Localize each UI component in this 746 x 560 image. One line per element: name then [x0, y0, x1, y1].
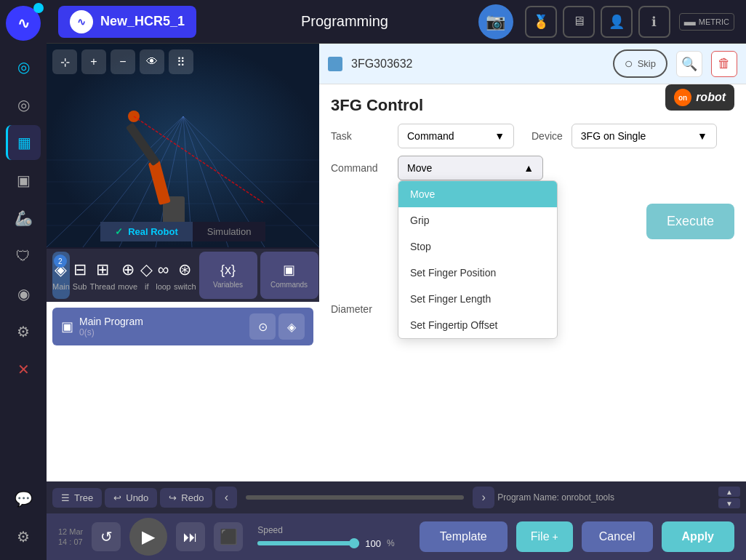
dropdown-item-stop[interactable]: Stop	[398, 233, 557, 260]
nav-left-btn[interactable]: ‹	[215, 487, 237, 508]
cmd-sub-btn[interactable]: ⊟ Sub	[73, 252, 87, 299]
sidebar-item-robot[interactable]: 🦾	[6, 201, 41, 236]
cmd-if-btn[interactable]: ◇ if	[140, 252, 153, 299]
next-btn[interactable]: ⏭	[176, 522, 205, 551]
program-action-2[interactable]: ◈	[278, 313, 305, 340]
commands-btn[interactable]: ▣ Commands	[260, 252, 318, 299]
sub-icon: ⊟	[73, 260, 87, 279]
speed-value: 100	[365, 538, 381, 549]
sidebar-item-dashboard[interactable]: ◎	[6, 87, 41, 122]
dropdown-item-grip[interactable]: Grip	[398, 207, 557, 233]
command-select[interactable]: Move ▲	[398, 156, 543, 180]
dropdown-item-fingertip[interactable]: Set Fingertip Offset	[398, 312, 557, 338]
sidebar-item-home[interactable]: ◎	[6, 49, 41, 84]
sidebar-item-close[interactable]: ✕	[6, 352, 41, 387]
topbar-logo-circle: ∿	[70, 10, 93, 33]
viewport-view-btn[interactable]: 👁	[140, 49, 164, 74]
undo-icon: ↩	[113, 492, 121, 503]
dropdown-item-finger-pos[interactable]: Set Finger Position	[398, 260, 557, 286]
command-dropdown: Move Grip Stop Set Finger Position Set F…	[398, 180, 558, 339]
check-icon: ✓	[115, 226, 123, 237]
sidebar-item-camera[interactable]: ◉	[6, 276, 41, 311]
sidebar-logo[interactable]: ∿	[6, 6, 41, 41]
work-area: ⊹ + − 👁 ⠿ ✓ Real Robot Simulation	[47, 44, 746, 481]
nav-up-btn[interactable]: ▲	[718, 487, 740, 497]
program-actions: ⊙ ◈	[249, 313, 305, 340]
left-panel: ⊹ + − 👁 ⠿ ✓ Real Robot Simulation	[47, 44, 319, 481]
topbar-icons: 🏅 🖥 👤 ℹ	[525, 6, 670, 38]
viewport-toolbar: ⊹ + − 👁 ⠿	[52, 49, 193, 74]
sidebar-item-chat[interactable]: 💬	[6, 481, 41, 516]
commands-label: Commands	[270, 281, 308, 289]
sidebar-item-controls[interactable]: ⚙	[6, 314, 41, 349]
sidebar-item-programming[interactable]: ▦	[6, 125, 41, 160]
nav-right-btn[interactable]: ›	[473, 487, 494, 508]
cmd-switch-btn[interactable]: ⊛ switch	[174, 252, 196, 299]
speed-slider[interactable]	[257, 541, 359, 545]
real-robot-btn[interactable]: ✓ Real Robot	[100, 222, 193, 241]
program-time: 0(s)	[79, 327, 143, 337]
metric-badge[interactable]: ▬ METRIC	[679, 13, 734, 31]
panel-color-dot	[328, 57, 342, 71]
nav-down-btn[interactable]: ▼	[718, 498, 740, 508]
onrobot-circle: on	[674, 89, 691, 106]
dropdown-item-move[interactable]: Move	[398, 181, 557, 207]
device-select[interactable]: 3FG on Single ▼	[571, 124, 717, 148]
delete-btn[interactable]: 🗑	[711, 51, 737, 77]
cmd-loop-btn[interactable]: ∞ loop	[156, 252, 171, 299]
cmd-main-btn[interactable]: 2 ◈ Main	[52, 252, 70, 299]
nav-up-down: ▲ ▼	[718, 487, 740, 508]
skip-btn[interactable]: ○ Skip	[613, 49, 667, 78]
command-chevron: ▲	[524, 162, 534, 174]
program-icon: ▣	[61, 319, 73, 335]
program-name: Program Name: onrobot_tools	[497, 492, 715, 503]
execute-btn[interactable]: Execute	[646, 204, 734, 239]
topbar-logo-section[interactable]: ∿ New_HCR5_1	[58, 6, 196, 38]
task-label: Task	[331, 130, 389, 142]
template-btn[interactable]: Template	[420, 521, 508, 552]
camera-button[interactable]: 📷	[478, 4, 513, 39]
file-btn[interactable]: File +	[516, 521, 573, 552]
stop-btn[interactable]: ⬛	[214, 522, 243, 551]
topbar-icon-monitor[interactable]: 🖥	[563, 6, 595, 38]
robot-mode-selector: ✓ Real Robot Simulation	[47, 222, 319, 241]
thread-label: Thread	[89, 282, 115, 291]
date: 12 Mar	[58, 527, 83, 537]
viewport-grid-btn[interactable]: ⠿	[169, 49, 193, 74]
playback-bar: 12 Mar 14 : 07 ↺ ▶ ⏭ ⬛ Speed 100 % Templ…	[47, 513, 746, 560]
tree-btn[interactable]: ☰ Tree	[52, 488, 102, 508]
cmd-move-btn[interactable]: ⊕ move	[118, 252, 137, 299]
sidebar-item-monitor[interactable]: ▣	[6, 163, 41, 198]
viewport-axes-btn[interactable]: ⊹	[52, 49, 77, 74]
viewport-add-btn[interactable]: +	[81, 49, 106, 74]
apply-btn[interactable]: Apply	[662, 521, 734, 552]
task-row: Task Command ▼ Device 3FG on Single ▼	[331, 124, 734, 148]
undo-btn[interactable]: ↩ Undo	[105, 488, 157, 508]
repeat-btn[interactable]: ↺	[92, 522, 121, 551]
program-action-1[interactable]: ⊙	[249, 313, 276, 340]
sidebar-item-safety[interactable]: 🛡	[6, 239, 41, 273]
topbar-icon-badge[interactable]: 🏅	[525, 6, 557, 38]
skip-dot: ○	[625, 55, 633, 72]
cancel-btn[interactable]: Cancel	[582, 521, 653, 552]
thread-icon: ⊞	[96, 260, 109, 279]
cmd-thread-btn[interactable]: ⊞ Thread	[89, 252, 115, 299]
simulation-btn[interactable]: Simulation	[193, 222, 266, 241]
panel-header: 3FG303632 ○ Skip 🔍 🗑	[319, 44, 746, 84]
search-btn[interactable]: 🔍	[676, 51, 702, 77]
sidebar-item-settings[interactable]: ⚙	[6, 519, 41, 554]
switch-label: switch	[174, 282, 196, 291]
file-plus-icon: +	[553, 531, 558, 543]
speed-slider-thumb[interactable]	[349, 538, 359, 548]
task-select[interactable]: Command ▼	[398, 124, 514, 148]
play-btn[interactable]: ▶	[129, 518, 167, 556]
topbar-icon-user[interactable]: 👤	[601, 6, 633, 38]
speed-label: Speed	[257, 525, 394, 535]
tree-icon: ☰	[61, 492, 70, 503]
viewport-minus-btn[interactable]: −	[111, 49, 135, 74]
variables-btn[interactable]: {x} Variables	[199, 252, 257, 299]
topbar-icon-info[interactable]: ℹ	[638, 6, 670, 38]
redo-btn[interactable]: ↪ Redo	[160, 488, 212, 508]
dropdown-item-finger-len[interactable]: Set Finger Length	[398, 286, 557, 312]
speed-control: Speed 100 %	[257, 525, 394, 549]
